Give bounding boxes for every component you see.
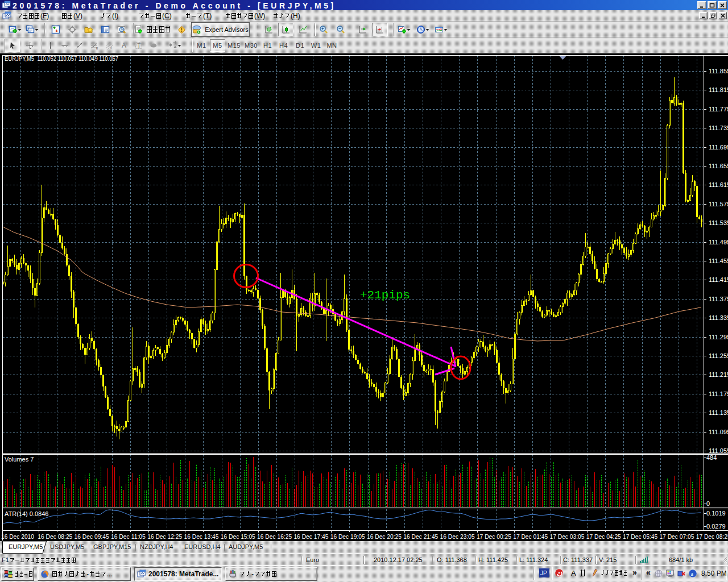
svg-text:16 Dec 19:05: 16 Dec 19:05 <box>330 533 365 540</box>
svg-text:0.0279: 0.0279 <box>706 523 726 530</box>
svg-text:16 Dec 17:45: 16 Dec 17:45 <box>293 533 328 540</box>
svg-text:16 Dec 11:05: 16 Dec 11:05 <box>111 533 146 540</box>
svg-text:A: A <box>122 41 126 49</box>
svg-text:17 Dec 00:25: 17 Dec 00:25 <box>477 533 511 540</box>
svg-text:a: a <box>691 571 694 577</box>
svg-text:JP: JP <box>540 570 547 576</box>
svg-text:111.615: 111.615 <box>709 181 728 188</box>
svg-text:111.695: 111.695 <box>709 144 728 151</box>
svg-text:17 Dec 01:45: 17 Dec 01:45 <box>513 533 548 540</box>
svg-text:111.055: 111.055 <box>709 447 728 454</box>
svg-text:16 Dec 09:45: 16 Dec 09:45 <box>75 533 109 540</box>
svg-text:0.1019: 0.1019 <box>706 510 726 517</box>
svg-text:17 Dec 08:25: 17 Dec 08:25 <box>696 533 728 540</box>
svg-text:EURJPY,M5 110.052 110.057 110: EURJPY,M5 110.052 110.057 110.049 110.05… <box>5 55 118 62</box>
svg-text:16 Dec 12:25: 16 Dec 12:25 <box>147 533 182 540</box>
svg-text:E: E <box>96 47 98 50</box>
svg-text:111.655: 111.655 <box>709 163 728 169</box>
svg-text:111.375: 111.375 <box>709 296 728 302</box>
svg-text:16 Dec 2010: 16 Dec 2010 <box>1 533 34 540</box>
svg-text:111.335: 111.335 <box>709 314 728 321</box>
svg-text:111.735: 111.735 <box>709 124 728 131</box>
svg-text:+21pips: +21pips <box>360 289 410 302</box>
svg-text:484: 484 <box>706 454 717 461</box>
svg-text:17 Dec 07:05: 17 Dec 07:05 <box>659 533 694 540</box>
svg-text:16 Dec 13:45: 16 Dec 13:45 <box>184 533 219 540</box>
svg-text:111.775: 111.775 <box>709 106 728 113</box>
svg-text:111.095: 111.095 <box>709 429 728 435</box>
svg-text:111.455: 111.455 <box>709 257 728 264</box>
svg-text:111.535: 111.535 <box>709 219 728 226</box>
svg-text:111.815: 111.815 <box>709 86 728 93</box>
svg-text:111.855: 111.855 <box>709 68 728 74</box>
svg-text:T: T <box>137 42 141 49</box>
svg-text:111.255: 111.255 <box>709 352 728 359</box>
svg-text:111.415: 111.415 <box>709 276 728 283</box>
svg-text:Volumes 7: Volumes 7 <box>5 456 34 463</box>
svg-text:16 Dec 15:05: 16 Dec 15:05 <box>221 533 255 540</box>
svg-text:F: F <box>110 47 112 50</box>
svg-text:111.175: 111.175 <box>709 390 728 397</box>
svg-text:17 Dec 04:25: 17 Dec 04:25 <box>586 533 621 540</box>
svg-text:16 Dec 20:25: 16 Dec 20:25 <box>367 533 402 540</box>
svg-text:16 Dec 21:45: 16 Dec 21:45 <box>403 533 438 540</box>
svg-text:17 Dec 05:45: 17 Dec 05:45 <box>623 533 657 540</box>
svg-text:111.215: 111.215 <box>709 371 728 378</box>
svg-text:0: 0 <box>706 500 710 507</box>
svg-text:16 Dec 23:05: 16 Dec 23:05 <box>440 533 475 540</box>
svg-text:111.295: 111.295 <box>709 334 728 340</box>
svg-text:111.135: 111.135 <box>709 409 728 416</box>
svg-text:111.495: 111.495 <box>709 239 728 246</box>
svg-text:111.575: 111.575 <box>709 201 728 207</box>
svg-text:ATR(14) 0.0846: ATR(14) 0.0846 <box>5 510 48 517</box>
svg-text:16 Dec 16:25: 16 Dec 16:25 <box>257 533 292 540</box>
svg-text:16 Dec 08:25: 16 Dec 08:25 <box>38 533 72 540</box>
svg-text:17 Dec 03:05: 17 Dec 03:05 <box>550 533 585 540</box>
